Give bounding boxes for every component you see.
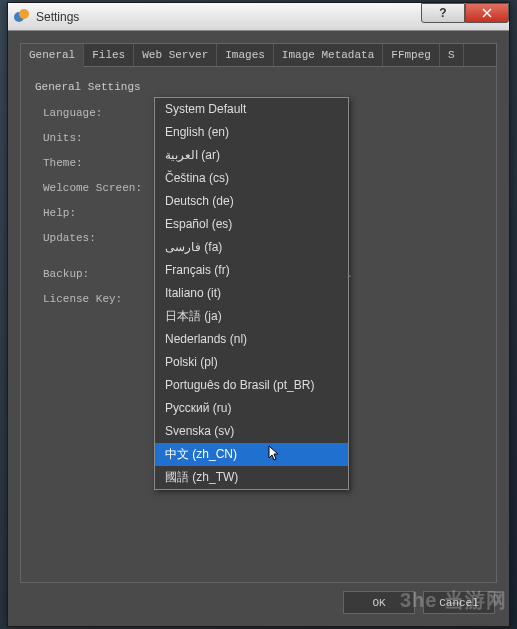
tab-strip: General Files Web Server Images Image Me…	[21, 44, 496, 67]
tab-images[interactable]: Images	[217, 44, 274, 66]
label-welcome: Welcome Screen:	[43, 182, 153, 194]
tab-more[interactable]: S	[440, 44, 464, 66]
cancel-button[interactable]: Cancel	[423, 591, 495, 614]
dialog-buttons: OK Cancel	[343, 591, 495, 614]
dropdown-item[interactable]: Português do Brasil (pt_BR)	[155, 374, 348, 397]
ok-button[interactable]: OK	[343, 591, 415, 614]
titlebar[interactable]: Settings ?	[8, 3, 509, 31]
label-language: Language:	[43, 107, 153, 119]
tab-files[interactable]: Files	[84, 44, 134, 66]
section-title: General Settings	[35, 81, 482, 93]
label-help: Help:	[43, 207, 153, 219]
tab-metadata[interactable]: Image Metadata	[274, 44, 383, 66]
window-title: Settings	[36, 10, 79, 24]
dropdown-item[interactable]: Deutsch (de)	[155, 190, 348, 213]
tab-ffmpeg[interactable]: FFmpeg	[383, 44, 440, 66]
close-icon	[482, 8, 492, 18]
label-theme: Theme:	[43, 157, 153, 169]
dropdown-item[interactable]: 中文 (zh_CN)	[155, 443, 348, 466]
dropdown-item[interactable]: Nederlands (nl)	[155, 328, 348, 351]
tab-webserver[interactable]: Web Server	[134, 44, 217, 66]
help-button[interactable]: ?	[421, 3, 465, 23]
dropdown-item[interactable]: Polski (pl)	[155, 351, 348, 374]
dropdown-item[interactable]: العربية (ar)	[155, 144, 348, 167]
dropdown-item[interactable]: 國語 (zh_TW)	[155, 466, 348, 489]
app-icon	[14, 9, 30, 25]
dropdown-item[interactable]: Français (fr)	[155, 259, 348, 282]
dropdown-item[interactable]: Italiano (it)	[155, 282, 348, 305]
dropdown-item[interactable]: English (en)	[155, 121, 348, 144]
label-license: License Key:	[43, 293, 153, 305]
dropdown-item[interactable]: فارسى (fa)	[155, 236, 348, 259]
tab-general[interactable]: General	[21, 44, 84, 67]
window-controls: ?	[421, 3, 509, 23]
dropdown-item[interactable]: Español (es)	[155, 213, 348, 236]
label-units: Units:	[43, 132, 153, 144]
dropdown-item[interactable]: Svenska (sv)	[155, 420, 348, 443]
dropdown-item[interactable]: Русский (ru)	[155, 397, 348, 420]
cursor-icon	[268, 445, 282, 468]
language-dropdown[interactable]: System DefaultEnglish (en)العربية (ar)Če…	[154, 97, 349, 490]
close-button[interactable]	[465, 3, 509, 23]
dropdown-item[interactable]: System Default	[155, 98, 348, 121]
dropdown-item[interactable]: 日本語 (ja)	[155, 305, 348, 328]
label-updates: Updates:	[43, 232, 153, 244]
dialog-content: General Files Web Server Images Image Me…	[8, 31, 509, 626]
label-backup: Backup:	[43, 268, 153, 280]
settings-dialog: Settings ? General Files Web Server Imag…	[7, 2, 510, 627]
dropdown-item[interactable]: Čeština (cs)	[155, 167, 348, 190]
